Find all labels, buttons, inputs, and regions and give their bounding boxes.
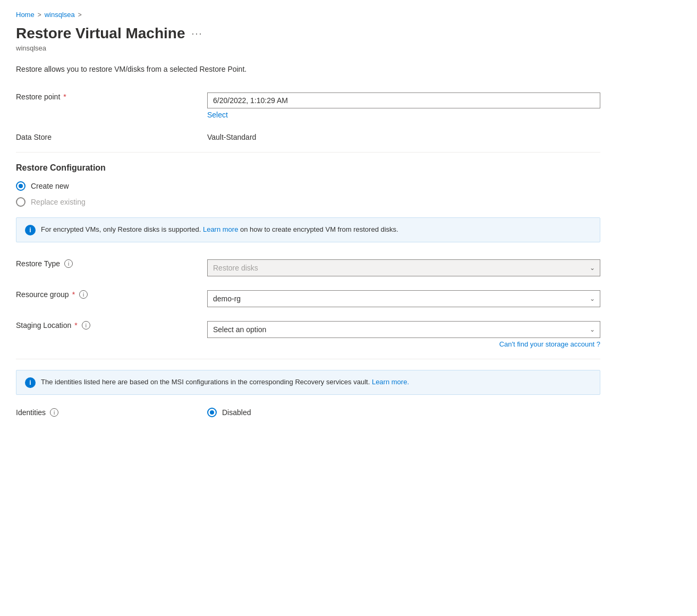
- identities-disabled-label: Disabled: [222, 408, 251, 417]
- info-banner-icon: i: [25, 225, 36, 235]
- restore-type-label: Restore Type i: [16, 255, 207, 268]
- resource-group-label: Resource group * i: [16, 286, 207, 299]
- restore-point-value: Select: [207, 88, 600, 119]
- data-store-row: Data Store Vault-Standard: [16, 129, 600, 141]
- restore-type-value: Restore disks ⌄: [207, 255, 600, 276]
- divider-2: [16, 359, 600, 359]
- restore-configuration-heading: Restore Configuration: [16, 163, 600, 173]
- data-store-label: Data Store: [16, 129, 207, 141]
- replace-existing-radio[interactable]: Replace existing: [16, 197, 600, 207]
- breadcrumb-vm[interactable]: winsqlsea: [45, 11, 75, 19]
- restore-type-select[interactable]: Restore disks: [207, 259, 600, 276]
- divider-1: [16, 152, 600, 153]
- staging-location-info-icon[interactable]: i: [82, 321, 90, 330]
- identities-info-banner: i The identities listed here are based o…: [16, 370, 600, 395]
- restore-point-label: Restore point *: [16, 88, 207, 101]
- staging-location-required: *: [74, 321, 77, 330]
- restore-point-select-link[interactable]: Select: [207, 111, 600, 119]
- staging-location-row: Staging Location * i Select an option ⌄ …: [16, 317, 600, 348]
- breadcrumb-separator-2: >: [78, 11, 82, 19]
- restore-point-input[interactable]: [207, 92, 600, 108]
- create-new-radio[interactable]: Create new: [16, 181, 600, 191]
- restore-type-row: Restore Type i Restore disks ⌄: [16, 255, 600, 276]
- identities-info-icon[interactable]: i: [50, 408, 58, 417]
- resource-group-required: *: [72, 290, 75, 299]
- staging-location-label: Staging Location * i: [16, 317, 207, 330]
- resource-group-dropdown-wrapper: demo-rg ⌄: [207, 290, 600, 307]
- staging-location-select[interactable]: Select an option: [207, 321, 600, 338]
- restore-point-row: Restore point * Select: [16, 88, 600, 119]
- more-options-icon[interactable]: ···: [191, 28, 202, 39]
- encrypted-vm-info-banner: i For encrypted VMs, only Restore disks …: [16, 217, 600, 242]
- restore-type-dropdown-wrapper: Restore disks ⌄: [207, 259, 600, 276]
- identities-info-banner-icon: i: [25, 377, 36, 388]
- breadcrumb: Home > winsqlsea >: [16, 11, 681, 19]
- page-title: Restore Virtual Machine: [16, 25, 185, 42]
- form-section: Restore point * Select Data Store Vault-…: [16, 88, 600, 417]
- restore-point-required: *: [63, 92, 66, 101]
- resource-group-select[interactable]: demo-rg: [207, 290, 600, 307]
- staging-location-dropdown-wrapper: Select an option ⌄: [207, 321, 600, 338]
- learn-more-link[interactable]: Learn more: [203, 225, 238, 233]
- breadcrumb-home[interactable]: Home: [16, 11, 35, 19]
- create-new-radio-label: Create new: [31, 182, 69, 190]
- restore-configuration-radio-group: Create new Replace existing: [16, 181, 600, 207]
- info-banner-text: For encrypted VMs, only Restore disks is…: [41, 224, 398, 235]
- restore-type-info-icon[interactable]: i: [64, 259, 73, 268]
- resource-group-info-icon[interactable]: i: [79, 290, 88, 299]
- breadcrumb-separator-1: >: [38, 11, 41, 19]
- replace-existing-radio-circle[interactable]: [16, 197, 26, 207]
- identities-radio-circle[interactable]: [207, 408, 217, 417]
- identities-row: Identities i Disabled: [16, 408, 600, 417]
- identities-info-banner-text: The identities listed here are based on …: [41, 377, 409, 387]
- create-new-radio-circle[interactable]: [16, 181, 26, 191]
- resource-group-value: demo-rg ⌄: [207, 286, 600, 307]
- replace-existing-radio-label: Replace existing: [31, 198, 86, 206]
- page-description: Restore allows you to restore VM/disks f…: [16, 65, 681, 73]
- page-subtitle: winsqlsea: [16, 44, 681, 52]
- identities-disabled-radio: Disabled: [207, 408, 251, 417]
- resource-group-row: Resource group * i demo-rg ⌄: [16, 286, 600, 307]
- identities-learn-more-link[interactable]: Learn more.: [372, 378, 409, 386]
- page-title-row: Restore Virtual Machine ···: [16, 25, 681, 42]
- data-store-value: Vault-Standard: [207, 129, 600, 141]
- cant-find-storage-link[interactable]: Can't find your storage account ?: [207, 340, 600, 348]
- staging-location-value: Select an option ⌄ Can't find your stora…: [207, 317, 600, 348]
- identities-label: Identities i: [16, 408, 207, 417]
